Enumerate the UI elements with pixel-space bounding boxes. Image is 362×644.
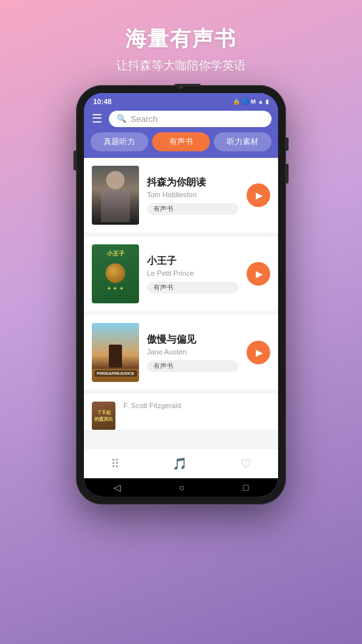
play-button-2[interactable]: ▶: [247, 262, 270, 286]
heart-icon: ♡: [241, 457, 251, 471]
book-title-en-3: Jane Austen: [147, 348, 239, 356]
play-button-1[interactable]: ▶: [247, 183, 270, 207]
book-tag-3: 有声书: [147, 360, 239, 372]
battery-icon: ▮: [266, 98, 269, 105]
grid-icon: ⠿: [111, 457, 119, 471]
tab-zhenti[interactable]: 真题听力: [90, 132, 148, 151]
book-item: 小王子 ✦ ✦ ✦ 小王子 Le Petit Prince 有声书 ▶: [84, 237, 278, 311]
book-info-4: F. Scott Fitzgerald: [123, 402, 270, 409]
book-cover-1: [92, 166, 139, 225]
hamburger-menu[interactable]: ☰: [90, 110, 104, 127]
book-cover-4: 了不起的盖茨比: [92, 402, 115, 430]
bottom-nav-favorites[interactable]: ♡: [230, 454, 262, 474]
lock-icon: 🔒: [233, 98, 240, 105]
book-title-cn-1: 抖森为你朗读: [147, 176, 239, 189]
book-title-cn-2: 小王子: [147, 255, 239, 267]
book-tag-1: 有声书: [147, 203, 239, 215]
status-icons: 🔒 🔵 M ▲ ▮: [233, 98, 269, 105]
power-button: [286, 138, 289, 151]
cover-image-1: [92, 166, 139, 225]
cover-text-4: 了不起的盖茨比: [93, 408, 114, 424]
volume-right-button: [286, 164, 289, 183]
speaker: [174, 84, 201, 86]
play-button-3[interactable]: ▶: [247, 341, 270, 364]
book-title-en-4: F. Scott Fitzgerald: [123, 402, 270, 409]
music-icon: 🎵: [172, 457, 187, 471]
content-area: 抖森为你朗读 Tom Hiddleston 有声书 ▶ 小王子 ✦ ✦ ✦: [84, 158, 278, 448]
play-icon-1: ▶: [256, 190, 263, 200]
tab-audiobook[interactable]: 有声书: [152, 132, 210, 151]
search-bar[interactable]: 🔍 Search: [109, 111, 272, 127]
nav-bar: ☰ 🔍 Search: [84, 107, 278, 132]
volume-button: [73, 151, 76, 170]
book-item-partial: 了不起的盖茨比 F. Scott Fitzgerald: [84, 394, 278, 430]
book-info-3: 傲慢与偏见 Jane Austen 有声书: [147, 333, 239, 372]
book-info-1: 抖森为你朗读 Tom Hiddleston 有声书: [147, 176, 239, 215]
book-cover-3: PRIDE&PREJUDICE: [92, 323, 139, 382]
cover-figure-3: [109, 345, 122, 368]
mail-icon: M: [251, 98, 256, 105]
play-icon-3: ▶: [256, 347, 263, 358]
tab-bar: 真题听力 有声书 听力素材: [84, 132, 278, 158]
phone-screen: 10:48 🔒 🔵 M ▲ ▮ ☰ 🔍 Search 真题听力 有声书 听力素材: [84, 93, 278, 497]
hero-subtitle: 让抖森等大咖陪你学英语: [116, 58, 246, 73]
book-tag-2: 有声书: [147, 282, 239, 294]
cover-label-3: PRIDE&PREJUDICE: [94, 370, 137, 377]
recents-button[interactable]: □: [243, 482, 249, 493]
cover-2-title: 小王子: [107, 250, 125, 258]
book-item: 抖森为你朗读 Tom Hiddleston 有声书 ▶: [84, 158, 278, 233]
hero-section: 海量有声书 让抖森等大咖陪你学英语: [103, 0, 259, 85]
book-title-cn-3: 傲慢与偏见: [147, 333, 239, 346]
bottom-nav: ⠿ 🎵 ♡: [84, 448, 278, 478]
hero-title: 海量有声书: [116, 25, 246, 54]
book-title-en-1: Tom Hiddleston: [147, 191, 239, 199]
search-placeholder: Search: [131, 114, 157, 124]
wifi-icon: ▲: [258, 98, 264, 105]
search-icon: 🔍: [117, 114, 127, 123]
tab-listening[interactable]: 听力素材: [214, 132, 272, 151]
cover-stars: ✦ ✦ ✦: [107, 286, 123, 292]
cover-image-4: 了不起的盖茨比: [92, 402, 115, 430]
phone-shell: 10:48 🔒 🔵 M ▲ ▮ ☰ 🔍 Search 真题听力 有声书 听力素材: [76, 85, 286, 504]
status-bar: 10:48 🔒 🔵 M ▲ ▮: [84, 93, 278, 107]
camera: [179, 85, 183, 89]
bottom-nav-music[interactable]: 🎵: [162, 454, 197, 474]
home-button[interactable]: ○: [179, 482, 184, 493]
cover-image-2: 小王子 ✦ ✦ ✦: [92, 244, 139, 303]
book-item: PRIDE&PREJUDICE 傲慢与偏见 Jane Austen 有声书 ▶: [84, 315, 278, 390]
bottom-nav-home[interactable]: ⠿: [100, 454, 130, 474]
status-time: 10:48: [93, 98, 111, 105]
book-title-en-2: Le Petit Prince: [147, 269, 239, 277]
android-nav: ◁ ○ □: [84, 478, 278, 497]
play-icon-2: ▶: [256, 269, 263, 279]
back-button[interactable]: ◁: [113, 482, 121, 493]
book-cover-2: 小王子 ✦ ✦ ✦: [92, 244, 139, 303]
book-info-2: 小王子 Le Petit Prince 有声书: [147, 255, 239, 294]
sync-icon: 🔵: [242, 98, 249, 105]
cover-planet: [106, 263, 125, 283]
